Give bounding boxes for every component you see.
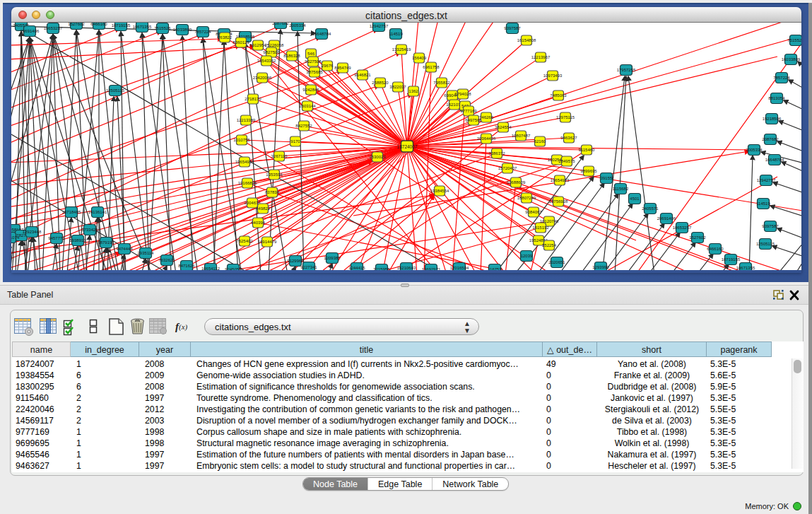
svg-text:8360123: 8360123	[233, 40, 249, 45]
svg-text:12213967: 12213967	[531, 55, 551, 59]
svg-text:10653257: 10653257	[44, 26, 63, 30]
svg-text:2005334: 2005334	[289, 23, 306, 28]
svg-text:10671355: 10671355	[736, 266, 755, 270]
svg-text:12505115: 12505115	[106, 88, 125, 93]
svg-text:12923448: 12923448	[23, 230, 42, 234]
svg-text:16154808: 16154808	[517, 38, 536, 42]
svg-text:763822: 763822	[218, 35, 233, 40]
svg-text:7515526: 7515526	[154, 26, 171, 30]
svg-text:9227341: 9227341	[300, 265, 317, 269]
svg-text:15720407: 15720407	[498, 166, 517, 170]
svg-text:9899695: 9899695	[580, 169, 597, 173]
svg-text:13325419: 13325419	[392, 47, 411, 52]
svg-text:18807249: 18807249	[517, 196, 536, 200]
svg-text:12039: 12039	[521, 254, 533, 258]
svg-text:837834: 837834	[265, 190, 280, 194]
svg-text:8813054: 8813054	[768, 96, 785, 100]
svg-text:16543362: 16543362	[257, 59, 276, 63]
svg-text:39155: 39155	[601, 176, 613, 180]
svg-text:7857224: 7857224	[194, 30, 211, 34]
svg-text:25226058: 25226058	[265, 43, 284, 47]
svg-text:114519: 114519	[389, 32, 403, 36]
svg-text:746266: 746266	[479, 115, 494, 119]
svg-text:19654955: 19654955	[235, 160, 254, 164]
svg-text:6961758: 6961758	[423, 65, 440, 69]
svg-text:2005334: 2005334	[746, 148, 763, 152]
svg-text:20364436: 20364436	[477, 136, 496, 141]
svg-text:1244415: 1244415	[348, 266, 365, 270]
svg-text:3822037: 3822037	[389, 85, 406, 89]
svg-text:2087682: 2087682	[272, 23, 289, 25]
svg-text:3875685: 3875685	[306, 70, 323, 74]
svg-text:116753: 116753	[488, 267, 502, 270]
svg-text:6466160: 6466160	[707, 247, 724, 251]
svg-text:5938913: 5938913	[69, 238, 86, 243]
svg-text:7955812: 7955812	[433, 81, 450, 85]
svg-text:156409: 156409	[412, 56, 427, 60]
svg-text:10654112: 10654112	[201, 267, 220, 270]
svg-text:1353594: 1353594	[266, 173, 283, 177]
svg-text:9397587: 9397587	[762, 224, 779, 228]
svg-text:15751074: 15751074	[11, 235, 20, 240]
svg-text:16210643: 16210643	[397, 266, 416, 270]
svg-text:449822: 449822	[256, 206, 271, 211]
svg-text:16033809: 16033809	[173, 28, 192, 32]
svg-text:19166825: 19166825	[238, 181, 257, 185]
svg-text:9777169: 9777169	[460, 109, 477, 113]
svg-text:8186328: 8186328	[283, 54, 300, 58]
svg-text:640394: 640394	[251, 221, 266, 225]
svg-text:10671355: 10671355	[133, 25, 152, 29]
svg-text:20691406: 20691406	[20, 29, 40, 33]
svg-text:8427552: 8427552	[295, 124, 312, 128]
svg-text:1010755: 1010755	[233, 138, 250, 142]
svg-text:7386372: 7386372	[488, 151, 505, 156]
svg-text:6794028: 6794028	[454, 92, 471, 96]
svg-text:15718485: 15718485	[62, 210, 81, 214]
svg-text:1527602: 1527602	[689, 235, 706, 240]
svg-text:20691406: 20691406	[657, 216, 676, 221]
svg-text:(x): (x)	[179, 322, 188, 332]
svg-text:16648784: 16648784	[312, 32, 331, 36]
svg-text:9827506: 9827506	[263, 50, 280, 54]
svg-text:9170: 9170	[290, 139, 300, 144]
svg-text:10653257: 10653257	[673, 226, 692, 230]
svg-text:9245052: 9245052	[225, 267, 242, 270]
svg-text:23420046: 23420046	[253, 76, 272, 80]
svg-text:7632621: 7632621	[158, 258, 175, 262]
svg-text:2935114: 2935114	[138, 251, 155, 255]
svg-text:18724007: 18724007	[397, 144, 418, 149]
svg-text:12213389: 12213389	[237, 118, 256, 122]
svg-text:3215955: 3215955	[373, 267, 390, 270]
svg-text:9397587: 9397587	[504, 26, 521, 30]
svg-text:29676: 29676	[322, 64, 334, 68]
svg-text:19654923: 19654923	[551, 178, 570, 182]
svg-text:1209387: 1209387	[324, 256, 341, 260]
svg-text:12505115: 12505115	[756, 242, 775, 246]
svg-text:9242845: 9242845	[302, 88, 319, 92]
svg-text:10807487: 10807487	[512, 134, 531, 138]
svg-text:16648784: 16648784	[765, 158, 784, 162]
svg-text:7515526: 7515526	[787, 38, 801, 42]
svg-text:6466160: 6466160	[90, 23, 107, 26]
svg-text:9463627: 9463627	[560, 136, 577, 140]
svg-text:2020651: 2020651	[548, 260, 565, 264]
svg-text:2718170: 2718170	[245, 97, 261, 101]
svg-text:19218506: 19218506	[763, 117, 782, 121]
svg-text:16914479: 16914479	[258, 240, 277, 244]
svg-text:8454749: 8454749	[334, 66, 351, 70]
svg-text:9327508: 9327508	[305, 59, 322, 64]
svg-text:2405571: 2405571	[642, 206, 659, 211]
svg-text:15692971: 15692971	[422, 267, 441, 270]
svg-text:546: 546	[307, 52, 315, 56]
svg-text:6879197: 6879197	[98, 240, 114, 245]
svg-text:2087682: 2087682	[762, 137, 779, 141]
svg-text:12942757: 12942757	[757, 178, 776, 182]
svg-text:9457771: 9457771	[48, 236, 65, 240]
svg-text:9474444: 9474444	[116, 247, 133, 251]
svg-text:1362: 1362	[408, 89, 418, 93]
svg-text:7857224: 7857224	[773, 76, 790, 80]
svg-text:12942757: 12942757	[370, 24, 389, 28]
svg-text:1527602: 1527602	[68, 23, 85, 26]
svg-text:9129966: 9129966	[287, 259, 304, 263]
svg-text:12975115: 12975115	[556, 115, 575, 119]
